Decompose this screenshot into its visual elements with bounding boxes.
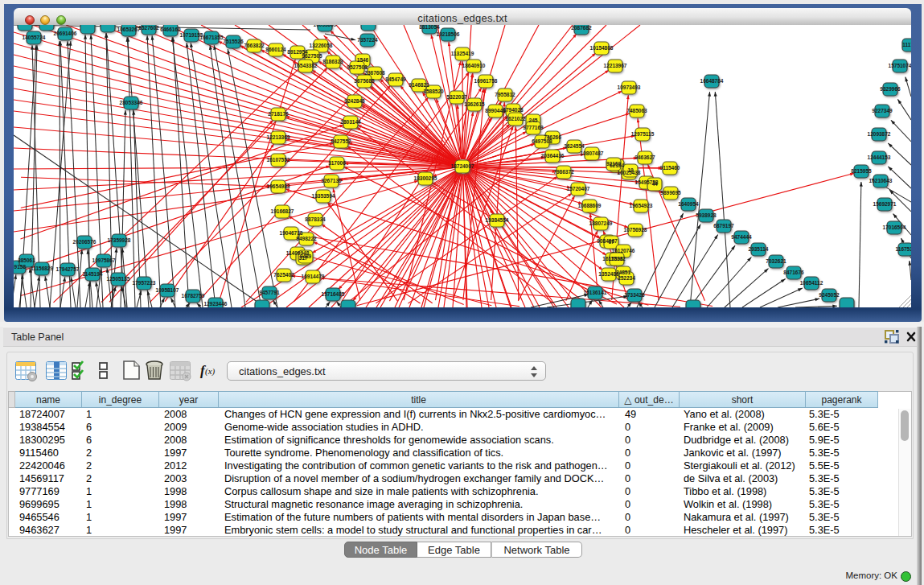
- svg-text:2935114: 2935114: [749, 246, 769, 252]
- svg-text:15720407: 15720407: [567, 186, 590, 192]
- svg-text:7032621: 7032621: [766, 258, 786, 264]
- svg-text:18640910: 18640910: [462, 63, 486, 68]
- svg-text:20206576: 20206576: [73, 239, 97, 245]
- svg-text:385061: 385061: [18, 257, 35, 263]
- svg-text:3624554: 3624554: [564, 143, 585, 149]
- svg-text:28053346: 28053346: [120, 100, 143, 105]
- svg-text:24851: 24851: [616, 270, 630, 275]
- svg-text:10807487: 10807487: [581, 150, 604, 156]
- svg-text:3675685: 3675685: [354, 78, 375, 84]
- svg-text:13353594: 13353594: [312, 193, 335, 199]
- svg-text:7663822: 7663822: [244, 43, 265, 48]
- svg-text:12505135: 12505135: [107, 276, 130, 282]
- svg-text:19384554: 19384554: [486, 217, 509, 223]
- svg-text:115132: 115132: [608, 256, 626, 262]
- svg-text:317006: 317006: [328, 160, 346, 166]
- svg-text:10653267: 10653267: [117, 27, 141, 32]
- svg-text:39158: 39158: [14, 264, 26, 270]
- svg-text:15136141: 15136141: [584, 290, 607, 295]
- svg-text:15716485: 15716485: [322, 291, 345, 297]
- svg-text:19166827: 19166827: [271, 208, 294, 214]
- svg-text:9777169: 9777169: [523, 125, 544, 130]
- svg-text:9227349: 9227349: [872, 108, 893, 113]
- svg-text:9115460: 9115460: [660, 165, 680, 171]
- svg-text:1640954: 1640954: [678, 201, 699, 207]
- svg-text:16961758: 16961758: [474, 78, 498, 84]
- svg-text:19654983: 19654983: [267, 183, 290, 189]
- svg-text:19218506: 19218506: [437, 31, 460, 37]
- svg-text:44: 44: [651, 181, 658, 187]
- svg-text:245: 245: [529, 117, 538, 123]
- svg-text:5322037: 5322037: [446, 94, 467, 100]
- svg-text:18724007: 18724007: [451, 163, 474, 169]
- svg-text:7515526: 7515526: [223, 39, 244, 44]
- svg-text:13226058: 13226058: [310, 43, 333, 48]
- svg-text:10154808: 10154808: [590, 45, 614, 51]
- svg-text:17942757: 17942757: [56, 266, 80, 272]
- svg-text:12213967: 12213967: [604, 63, 627, 68]
- svg-text:12093872: 12093872: [868, 131, 891, 137]
- svg-text:10973493: 10973493: [618, 84, 641, 90]
- svg-text:2367608: 2367608: [364, 70, 385, 76]
- svg-text:9899695: 9899695: [660, 190, 681, 196]
- svg-text:15751074: 15751074: [889, 63, 911, 68]
- svg-text:6879197: 6879197: [713, 223, 734, 229]
- svg-text:67: 67: [608, 239, 614, 245]
- svg-text:92160: 92160: [606, 161, 621, 167]
- svg-text:16671355: 16671355: [200, 35, 224, 40]
- svg-text:10756928: 10756928: [624, 227, 647, 233]
- svg-text:9242848: 9242848: [344, 98, 365, 104]
- svg-text:10958107: 10958107: [156, 287, 179, 293]
- svg-text:20691406: 20691406: [54, 31, 77, 36]
- svg-text:16782759: 16782759: [182, 293, 205, 299]
- svg-text:17957223: 17957223: [133, 280, 156, 286]
- svg-text:9627505: 9627505: [302, 53, 322, 59]
- svg-text:252234: 252234: [618, 275, 635, 281]
- svg-text:6794028: 6794028: [503, 107, 524, 113]
- svg-text:17359928: 17359928: [108, 237, 131, 243]
- svg-text:8215955: 8215955: [851, 168, 872, 174]
- svg-text:10975867: 10975867: [92, 257, 116, 263]
- svg-text:2803144: 2803144: [340, 119, 361, 125]
- svg-text:9084067: 9084067: [597, 238, 618, 244]
- svg-text:12213369: 12213369: [267, 134, 290, 140]
- svg-text:1167533: 1167533: [896, 246, 911, 252]
- svg-text:16107552: 16107552: [267, 157, 290, 163]
- svg-text:8660124: 8660124: [265, 47, 286, 52]
- svg-text:9463627: 9463627: [634, 154, 655, 160]
- svg-text:7955812: 7955812: [495, 92, 515, 97]
- svg-text:5938928: 5938928: [696, 212, 717, 218]
- svg-text:6497508: 6497508: [532, 138, 552, 144]
- svg-text:16543382: 16543382: [294, 63, 318, 68]
- svg-text:19654923: 19654923: [630, 203, 653, 208]
- svg-text:16648784: 16648784: [700, 78, 724, 84]
- svg-text:(x): (x): [205, 366, 216, 377]
- svg-text:11156829: 11156829: [31, 266, 54, 271]
- svg-text:9329966: 9329966: [880, 86, 901, 92]
- svg-text:9457791: 9457791: [259, 290, 280, 295]
- svg-text:18300295: 18300295: [414, 175, 437, 181]
- svg-text:9245052: 9245052: [819, 292, 840, 298]
- svg-text:9498222: 9498222: [296, 236, 317, 241]
- svg-text:9146821: 9146821: [409, 82, 429, 88]
- svg-text:9527508: 9527508: [347, 64, 368, 70]
- svg-text:7986372: 7986372: [553, 169, 574, 175]
- svg-text:1362615: 1362615: [464, 101, 485, 107]
- svg-text:16120746: 16120746: [612, 248, 635, 253]
- svg-text:8186323: 8186323: [322, 59, 343, 64]
- svg-text:20364436: 20364436: [541, 153, 565, 159]
- svg-text:2718176: 2718176: [268, 111, 289, 117]
- svg-text:1621022: 1621022: [505, 116, 526, 122]
- svg-text:1588520: 1588520: [423, 89, 444, 94]
- svg-text:1527602: 1527602: [138, 25, 159, 31]
- svg-text:12975115: 12975115: [631, 131, 655, 137]
- svg-text:18807249: 18807249: [589, 220, 613, 226]
- svg-text:19: 19: [627, 167, 634, 173]
- svg-text:8454749: 8454749: [385, 76, 406, 82]
- svg-text:1145194: 1145194: [83, 271, 103, 277]
- svg-text:10654112: 10654112: [800, 280, 823, 286]
- svg-text:9474444: 9474444: [731, 234, 752, 240]
- svg-text:16914479: 16914479: [302, 274, 325, 279]
- svg-text:8427552: 8427552: [331, 138, 351, 144]
- svg-text:3267130: 3267130: [321, 178, 342, 183]
